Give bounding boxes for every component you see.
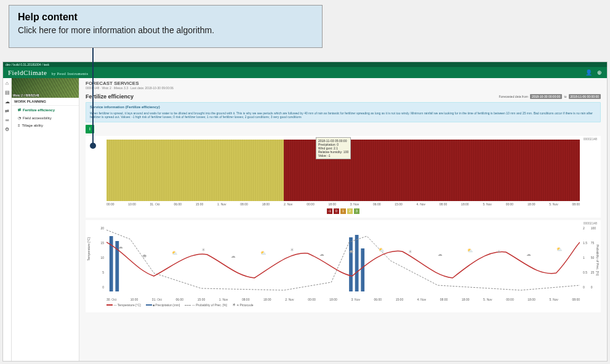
- main: FORECAST SERVICES 00002148 · Wstc 2 · iM…: [79, 78, 607, 361]
- yaxis-left: 20151050: [93, 226, 104, 289]
- sidebar-item-fertilize[interactable]: ⇄ Fertilize efficiency: [12, 106, 79, 114]
- sidebar-item-field[interactable]: ◔ Field accessibility: [12, 114, 79, 122]
- svg-text:☁: ☁: [526, 251, 531, 257]
- sidebar-item-tillage[interactable]: ≡ Tillage ability: [12, 122, 79, 129]
- rail-cloud-icon[interactable]: ☁: [5, 99, 10, 105]
- icon-rail: ⌂ ▤ ☁ ⇄ ∞ ⚙: [3, 78, 12, 361]
- sidebar-item-label: Field accessibility: [23, 116, 52, 120]
- weather-chart: 00002148 20151050 21.510.50 1007550250 T…: [86, 220, 601, 312]
- forecast-range: Forecasted data from 2018-10-30 00:00:00…: [499, 94, 601, 99]
- field-icon: ◔: [18, 116, 21, 120]
- ylabel-left: Temperature [°C]: [87, 237, 90, 261]
- svg-text:☁: ☁: [118, 244, 123, 250]
- info-body: When fertilizer is spread, it lays aroun…: [90, 111, 596, 119]
- bar-segment-good: [106, 140, 284, 201]
- page-title-row: Fertilize efficiency Forecasted data fro…: [86, 93, 601, 100]
- legend-chip-m1: -1: [327, 208, 332, 214]
- title-bar: FieldClimate by Pessl Instruments 👤 ⊕: [3, 67, 607, 78]
- sidebar-section: WORK PLANNING: [12, 98, 79, 106]
- range-from: 2018-10-30 00:00:00: [530, 94, 562, 99]
- range-prefix: Forecasted data from: [499, 95, 528, 98]
- info-title: Service information (Fertilize efficienc…: [90, 105, 596, 110]
- svg-text:🌧: 🌧: [142, 253, 147, 259]
- svg-text:☀: ☀: [497, 249, 501, 255]
- help-callout-title: Help content: [18, 12, 313, 23]
- station-image[interactable]: Wstc 2 / 00002148: [12, 78, 79, 98]
- legend-chip-3: 3: [354, 208, 359, 214]
- body-row: ⌂ ▤ ☁ ⇄ ∞ ⚙ Wstc 2 / 00002148 WORK PLANN…: [3, 78, 607, 361]
- line-legend: — Temperature [°C] ■ Precipitation [mm] …: [88, 301, 598, 309]
- rail-home-icon[interactable]: ⌂: [6, 81, 9, 86]
- user-icon[interactable]: 👤: [585, 69, 592, 76]
- efficiency-chart: 00002148 2018-11-03 05:00:00 Precipitati…: [86, 136, 601, 218]
- breadcrumb: dev / build 0.31.20181004 / task: [3, 62, 607, 67]
- bar-xaxis: 00:0010:0031. Oct06:0015:001. Nov08:0018…: [88, 201, 598, 206]
- legend-precip: ■ Precipitation [mm]: [153, 303, 180, 307]
- globe-icon[interactable]: ⊕: [597, 69, 602, 76]
- svg-text:🌧: 🌧: [349, 249, 354, 255]
- legend-chip-0: 0: [334, 208, 339, 214]
- info-box: Service information (Fertilize efficienc…: [86, 102, 601, 122]
- brand-sub: by Pessl Instruments: [52, 72, 89, 76]
- svg-text:⛅: ⛅: [467, 247, 473, 253]
- range-to: 2018-11-06 00:00:00: [569, 94, 601, 99]
- rail-link-icon[interactable]: ∞: [6, 117, 9, 123]
- svg-text:☁: ☁: [438, 251, 443, 257]
- sidebar: Wstc 2 / 00002148 WORK PLANNING ⇄ Fertil…: [12, 78, 79, 361]
- range-to-label: to: [564, 95, 566, 98]
- legend-picto: ☀ Pictocode: [236, 303, 253, 307]
- svg-text:☀: ☀: [290, 247, 294, 253]
- svg-text:⛅: ⛅: [556, 246, 563, 252]
- svg-text:⛅: ⛅: [379, 247, 385, 253]
- chart-tooltip: 2018-11-03 05:00:00 Precipitation: 0 Win…: [316, 137, 351, 159]
- svg-text:☁: ☁: [319, 251, 324, 257]
- station-label: Wstc 2 / 00002148: [13, 93, 39, 97]
- sidebar-item-label: Tillage ability: [22, 124, 43, 127]
- svg-text:☀: ☀: [408, 249, 412, 255]
- rail-gear-icon[interactable]: ⚙: [5, 127, 9, 132]
- yaxis-right1: 21.510.50: [583, 226, 587, 289]
- sidebar-item-label: Fertilize efficiency: [23, 108, 55, 112]
- brand: FieldClimate by Pessl Instruments: [8, 69, 88, 76]
- line-chart-area[interactable]: 20151050 21.510.50 1007550250 Temperatur…: [88, 224, 598, 298]
- header-icons: 👤 ⊕: [585, 69, 602, 76]
- bar-chart-area[interactable]: 2018-11-03 05:00:00 Precipitation: 0 Win…: [88, 140, 598, 201]
- svg-rect-4: [361, 248, 364, 291]
- rail-chart-icon[interactable]: ▤: [5, 90, 10, 95]
- page-head: FORECAST SERVICES 00002148 · Wstc 2 · iM…: [86, 81, 601, 90]
- svg-rect-3: [355, 235, 359, 291]
- fertilize-icon: ⇄: [18, 108, 21, 112]
- rail-work-icon[interactable]: ⇄: [5, 108, 9, 114]
- ylabel-right: Probability of Prec. [%]: [596, 244, 600, 275]
- legend-chip-2: 2: [347, 208, 353, 214]
- line-chart-svg: ☁🌧⛅☀☁⛅☀☁🌧⛅☀☁⛅☀☁⛅: [106, 224, 580, 298]
- svg-text:⛅: ⛅: [172, 250, 178, 256]
- legend-chip-1: 1: [340, 208, 346, 214]
- efficiency-legend: -1 0 1 2 3: [88, 208, 598, 214]
- help-callout: Help content Click here for more informa…: [9, 5, 323, 48]
- legend-prob: --- Probability of Prec. [%]: [192, 303, 227, 307]
- svg-rect-2: [349, 237, 353, 291]
- help-callout-body: Click here for more information about th…: [18, 25, 313, 35]
- brand-main: FieldClimate: [8, 69, 47, 76]
- callout-dot: [90, 143, 96, 149]
- legend-temp: — Temperature [°C]: [113, 303, 140, 307]
- svg-text:☁: ☁: [231, 253, 236, 259]
- svg-text:⛅: ⛅: [260, 250, 267, 256]
- callout-connector: [92, 48, 94, 144]
- service-name: FORECAST SERVICES: [86, 81, 601, 86]
- service-sub: 00002148 · Wstc 2 · iMetos 3.3 · Last da…: [86, 86, 601, 90]
- tillage-icon: ≡: [18, 124, 20, 127]
- svg-text:☀: ☀: [201, 247, 206, 253]
